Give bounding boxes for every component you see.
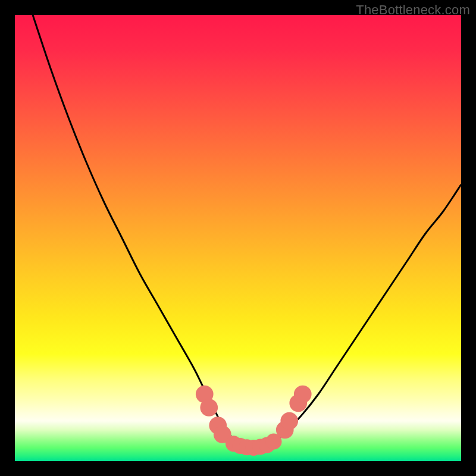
watermark-text: TheBottleneck.com: [356, 2, 470, 18]
curve-svg: [15, 15, 461, 461]
marker-dot: [280, 412, 298, 430]
chart-container: TheBottleneck.com: [0, 0, 476, 476]
marker-dot: [200, 399, 218, 416]
curve-markers: [196, 386, 312, 456]
bottleneck-curve: [33, 15, 461, 448]
marker-dot: [294, 386, 312, 403]
plot-area: [15, 15, 461, 461]
